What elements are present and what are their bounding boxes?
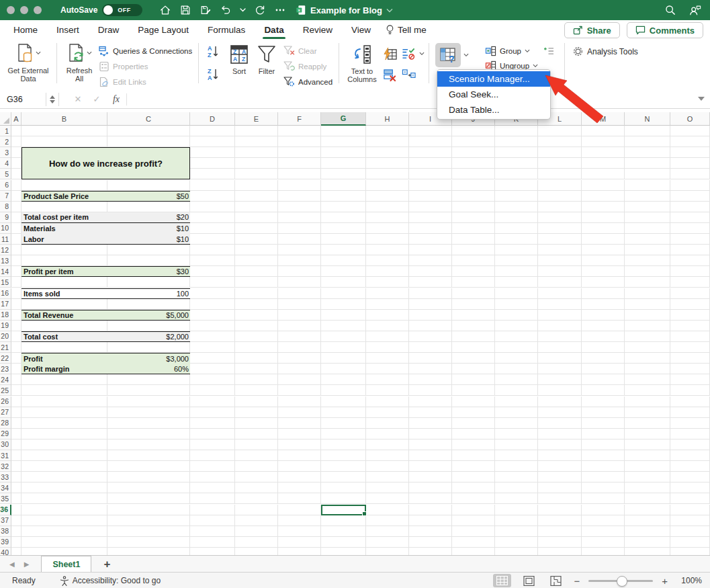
cell-F26[interactable] [278,396,321,407]
cell-O6[interactable] [670,180,710,191]
row-header-28[interactable]: 28 [0,418,11,429]
people-presence-icon[interactable] [689,4,702,16]
cell-D21[interactable] [190,342,235,353]
row-header-24[interactable]: 24 [0,374,11,385]
cell-H25[interactable] [366,385,409,396]
cell-H38[interactable] [366,526,409,537]
cell-M30[interactable] [582,439,625,450]
cell-O18[interactable] [670,310,710,321]
advanced-filter-button[interactable]: Advanced [283,77,332,87]
cell-H26[interactable] [366,396,409,407]
cell-I26[interactable] [409,396,452,407]
cell-C30[interactable] [107,439,190,450]
cell-H24[interactable] [366,374,409,385]
cell-J39[interactable] [452,537,495,548]
cell-H21[interactable] [366,342,409,353]
cell-G17[interactable] [321,299,366,310]
row-header-1[interactable]: 1 [0,126,11,136]
cell-E34[interactable] [235,482,278,493]
cell-D24[interactable] [190,374,235,385]
cell-J27[interactable] [452,407,495,418]
cell-E3[interactable] [235,147,278,158]
cell-M1[interactable] [582,126,625,136]
cell-M15[interactable] [582,277,625,288]
cell-H3[interactable] [366,147,409,158]
cell-A1[interactable] [11,126,21,136]
cell-N19[interactable] [625,321,670,331]
document-title[interactable]: Example for Blog [310,5,382,15]
cell-O8[interactable] [670,202,710,212]
cell-A28[interactable] [11,418,21,429]
cell-D39[interactable] [190,537,235,548]
cell-K9[interactable] [495,212,538,223]
cell-H5[interactable] [366,169,409,179]
cell-B37[interactable] [21,515,107,526]
cell-O23[interactable] [670,364,710,374]
redo-icon[interactable] [253,4,266,17]
cell-E5[interactable] [235,169,278,179]
cell-L32[interactable] [538,461,582,472]
cell-H32[interactable] [366,461,409,472]
cell-E35[interactable] [235,493,278,504]
data-row-10[interactable]: Materials$10 [21,223,190,234]
cell-O30[interactable] [670,439,710,450]
cell-M37[interactable] [582,515,625,526]
cell-D11[interactable] [190,234,235,245]
cell-M17[interactable] [582,299,625,310]
cell-J22[interactable] [452,353,495,364]
cell-K14[interactable] [495,266,538,277]
cell-B19[interactable] [21,321,107,331]
cell-I31[interactable] [409,450,452,461]
menu-item-scenario-manager[interactable]: Scenario Manager... [437,71,550,87]
cell-M20[interactable] [582,331,625,342]
cell-L10[interactable] [538,223,582,234]
cell-A16[interactable] [11,288,21,299]
cell-I32[interactable] [409,461,452,472]
tab-view[interactable]: View [342,20,380,39]
cell-O22[interactable] [670,353,710,364]
cell-E28[interactable] [235,418,278,429]
cell-E6[interactable] [235,180,278,191]
cell-E31[interactable] [235,450,278,461]
cell-O20[interactable] [670,331,710,342]
cell-G29[interactable] [321,429,366,439]
cell-A4[interactable] [11,158,21,169]
cell-D40[interactable] [190,548,235,555]
cell-K2[interactable] [495,136,538,147]
cell-I39[interactable] [409,537,452,548]
cell-J1[interactable] [452,126,495,136]
cell-B32[interactable] [21,461,107,472]
cell-L37[interactable] [538,515,582,526]
cell-L27[interactable] [538,407,582,418]
cell-D2[interactable] [190,136,235,147]
cell-J20[interactable] [452,331,495,342]
cell-I34[interactable] [409,482,452,493]
cell-L19[interactable] [538,321,582,331]
cell-G3[interactable] [321,147,366,158]
row-header-5[interactable]: 5 [0,169,11,179]
cell-K33[interactable] [495,472,538,482]
cell-C19[interactable] [107,321,190,331]
tab-tell-me[interactable]: Tell me [386,24,427,36]
cell-F1[interactable] [278,126,321,136]
cell-M25[interactable] [582,385,625,396]
cell-E2[interactable] [235,136,278,147]
cell-F30[interactable] [278,439,321,450]
cell-J24[interactable] [452,374,495,385]
cell-N9[interactable] [625,212,670,223]
cell-I33[interactable] [409,472,452,482]
cell-M40[interactable] [582,548,625,555]
cell-L3[interactable] [538,147,582,158]
cell-G2[interactable] [321,136,366,147]
cell-L21[interactable] [538,342,582,353]
cell-J5[interactable] [452,169,495,179]
cell-B25[interactable] [21,385,107,396]
cell-N28[interactable] [625,418,670,429]
cell-G38[interactable] [321,526,366,537]
cell-B39[interactable] [21,537,107,548]
cell-K3[interactable] [495,147,538,158]
cell-M34[interactable] [582,482,625,493]
cell-D6[interactable] [190,180,235,191]
close-window-button[interactable] [7,6,15,14]
tab-home[interactable]: Home [4,20,47,39]
